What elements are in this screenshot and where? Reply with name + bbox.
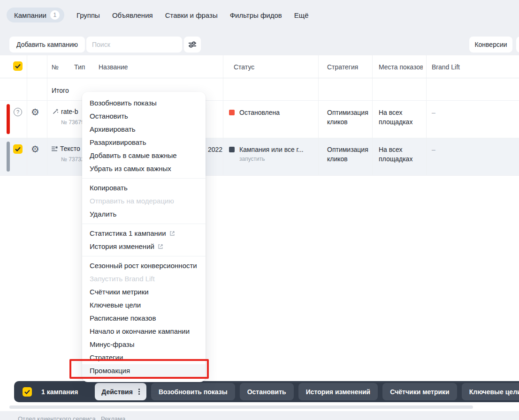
- grid-line: [0, 138, 519, 138]
- col-header-number: №: [52, 63, 59, 71]
- bar-stop-button[interactable]: Остановить: [240, 383, 294, 400]
- menu-item-launch-brand-lift: Запустить Brand Lift: [82, 272, 206, 285]
- row2-brand-lift: –: [432, 145, 435, 154]
- external-link-icon: [158, 244, 163, 249]
- tab-more[interactable]: Ещё: [294, 11, 309, 19]
- menu-item-send-to-moderation: Отправить на модерацию: [82, 195, 206, 208]
- conversions-button[interactable]: Конверсии: [469, 37, 512, 52]
- selection-count-label: 1 кампания: [41, 388, 78, 396]
- row2-name-tail: 2022: [208, 145, 222, 154]
- grid-line: [0, 100, 519, 101]
- bar-resume-impressions-button[interactable]: Возобновить показы: [151, 383, 235, 400]
- kebab-menu-icon: [138, 389, 140, 395]
- selection-action-bar: 1 кампания Действия Возобновить показы О…: [14, 381, 519, 402]
- grid-line: [47, 55, 47, 175]
- grid-line: [0, 175, 519, 176]
- campaign-actions-context-menu: Возобновить показы Остановить Архивирова…: [82, 92, 206, 382]
- menu-item-statistics[interactable]: Статистика 1 кампании: [82, 227, 206, 240]
- add-campaign-button[interactable]: Добавить кампанию: [9, 37, 85, 52]
- tab-feed-filters[interactable]: Фильтры фидов: [230, 11, 282, 19]
- menu-item-add-to-important[interactable]: Добавить в самые важные: [82, 149, 206, 162]
- row2-launch-link[interactable]: запустить: [239, 156, 265, 162]
- row2-status-text: Кампания или все г...: [239, 145, 304, 154]
- row1-strategy: Оптимизация кликов: [327, 108, 376, 127]
- horizontal-scrollbar[interactable]: [9, 405, 473, 409]
- filter-button[interactable]: [184, 37, 201, 52]
- top-tabs: Кампании 1 Группы Объявления Ставки и фр…: [7, 8, 309, 22]
- grid-line: [27, 55, 27, 175]
- menu-item-seasonal-conversion-growth[interactable]: Сезонный рост конверсионности: [82, 259, 206, 272]
- col-header-places: Места показов: [379, 63, 423, 71]
- menu-item-negative-keywords[interactable]: Минус-фразы: [82, 338, 206, 351]
- footer-link-client-service[interactable]: Отдел клиентского сервиса: [18, 415, 96, 420]
- bar-metrica-counters-button[interactable]: Счётчики метрики: [382, 383, 457, 400]
- menu-item-promo-action[interactable]: Промоакция: [82, 364, 206, 377]
- totals-row-label: Итого: [52, 86, 69, 95]
- row1-brand-lift: –: [432, 108, 435, 117]
- col-header-type: Тип: [74, 63, 85, 71]
- menu-item-unarchive[interactable]: Разархивировать: [82, 136, 206, 149]
- footer-link-advertising[interactable]: Реклама: [101, 415, 125, 420]
- row2-campaign-name[interactable]: Тексто: [51, 145, 80, 152]
- menu-divider: [82, 256, 206, 256]
- row2-status-square: [229, 147, 235, 152]
- col-header-status: Статус: [234, 63, 254, 71]
- menu-item-remove-from-important[interactable]: Убрать из самых важных: [82, 162, 206, 175]
- col-header-name: Название: [99, 63, 128, 71]
- clipped-right-button[interactable]: [516, 37, 519, 52]
- row2-checkbox[interactable]: [13, 144, 23, 154]
- external-link-icon: [169, 231, 175, 236]
- menu-item-impression-schedule[interactable]: Расписание показов: [82, 312, 206, 325]
- row1-gear-icon[interactable]: ⚙: [31, 107, 39, 117]
- menu-divider: [82, 224, 206, 224]
- tab-bids-phrases[interactable]: Ставки и фразы: [165, 11, 218, 19]
- actions-dropdown-button[interactable]: Действия: [95, 383, 146, 400]
- row2-selected-bar: [7, 142, 10, 172]
- row2-places: На всех площадках: [379, 145, 422, 164]
- grid-line: [0, 78, 519, 78]
- row1-help-icon[interactable]: ?: [14, 108, 22, 116]
- sliders-icon: [188, 41, 197, 48]
- tab-campaigns[interactable]: Кампании 1: [7, 8, 64, 22]
- menu-item-change-history[interactable]: История изменений: [82, 240, 206, 253]
- tab-campaigns-label: Кампании: [14, 11, 46, 19]
- menu-item-delete[interactable]: Удалить: [82, 208, 206, 221]
- tab-groups[interactable]: Группы: [76, 11, 100, 19]
- selection-checkbox[interactable]: [23, 387, 32, 397]
- row1-places: На всех площадках: [379, 108, 422, 127]
- campaigns-count-badge: 1: [50, 10, 60, 20]
- row1-status-square: [229, 110, 235, 115]
- menu-item-stop[interactable]: Остановить: [82, 110, 206, 123]
- search-input[interactable]: [86, 37, 182, 52]
- menu-item-resume-impressions[interactable]: Возобновить показы: [82, 97, 206, 110]
- menu-item-archive[interactable]: Архивировать: [82, 123, 206, 136]
- row1-campaign-name[interactable]: rate-b: [52, 108, 78, 115]
- menu-divider: [82, 178, 206, 179]
- menu-item-metrica-counters[interactable]: Счётчики метрики: [82, 285, 206, 299]
- grid-line: [318, 55, 319, 175]
- campaign-wizard-icon: [52, 108, 59, 115]
- row1-status-text: Остановлена: [239, 108, 280, 117]
- col-header-strategy: Стратегия: [327, 63, 358, 71]
- row1-status-bar: [7, 104, 10, 134]
- tab-ads[interactable]: Объявления: [112, 11, 153, 19]
- bar-change-history-button[interactable]: История изменений: [298, 383, 378, 400]
- menu-item-strategies[interactable]: Стратегии: [82, 351, 206, 364]
- select-all-checkbox[interactable]: [13, 61, 23, 71]
- menu-item-copy[interactable]: Копировать: [82, 181, 206, 195]
- menu-item-campaign-start-end[interactable]: Начало и окончание кампании: [82, 325, 206, 338]
- grid-line: [223, 55, 223, 175]
- col-header-brand-lift: Brand Lift: [432, 63, 460, 71]
- page-footer: Отдел клиентского сервиса Реклама: [0, 411, 519, 420]
- row2-gear-icon[interactable]: ⚙: [31, 144, 39, 154]
- grid-line: [426, 55, 427, 175]
- row2-strategy: Оптимизация кликов: [327, 145, 376, 164]
- bar-key-goals-button[interactable]: Ключевые цели: [462, 383, 519, 400]
- menu-item-key-goals[interactable]: Ключевые цели: [82, 299, 206, 312]
- text-ad-campaign-icon: [51, 145, 58, 152]
